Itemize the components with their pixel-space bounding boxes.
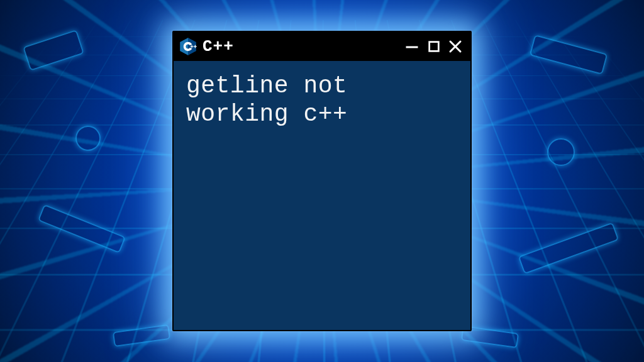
window-controls xyxy=(404,38,464,55)
minimize-button[interactable] xyxy=(404,38,421,55)
terminal-content: getline not working c++ xyxy=(174,61,470,330)
svg-rect-4 xyxy=(191,46,194,47)
terminal-window: C++ getline not working c++ xyxy=(172,31,472,331)
svg-rect-6 xyxy=(194,46,197,47)
maximize-button[interactable] xyxy=(425,38,443,55)
window-title: C++ xyxy=(203,37,234,56)
cpp-logo-icon xyxy=(179,37,197,56)
titlebar[interactable]: C++ xyxy=(174,32,470,61)
svg-rect-8 xyxy=(430,42,439,52)
close-button[interactable] xyxy=(447,38,464,55)
